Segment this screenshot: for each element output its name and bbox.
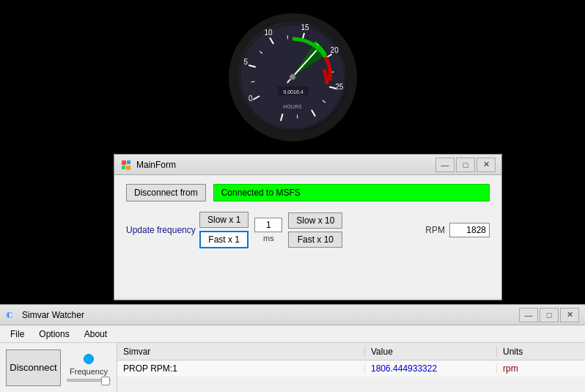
frequency-dot (84, 354, 94, 364)
mainform-close-button[interactable]: ✕ (477, 158, 496, 172)
simvar-table: Simvar Value Units PROP RPM:1 1806.44493… (117, 343, 585, 392)
simvar-minimize-button[interactable]: — (519, 308, 538, 322)
simvar-left-panel: Disconnect Frequency (0, 343, 117, 392)
simvar-window: Simvar Watcher — □ ✕ File Options About … (0, 304, 585, 392)
menu-about[interactable]: About (77, 327, 114, 341)
col-header-simvar: Simvar (117, 347, 365, 357)
menu-file[interactable]: File (3, 327, 32, 341)
mainform-content: Disconnect from Connected to MSFS Update… (114, 175, 501, 257)
simvar-body: Disconnect Frequency Simvar Value Units … (0, 343, 585, 392)
simvar-close-button[interactable]: ✕ (560, 308, 579, 322)
svg-rect-30 (127, 160, 130, 164)
frequency-indicator-label: Frequency (70, 367, 108, 376)
simvar-titlebar-controls: — □ ✕ (519, 308, 579, 322)
disconnect-from-button[interactable]: Disconnect from (126, 184, 206, 201)
frequency-slider-container[interactable] (67, 379, 111, 382)
table-header: Simvar Value Units (117, 343, 585, 360)
connection-status: Connected to MSFS (213, 184, 490, 201)
freq-value-input[interactable] (254, 218, 282, 232)
svg-line-19 (287, 35, 288, 39)
frequency-row: Update frequency Slow x 1 Fast x 1 ms Sl… (126, 212, 490, 248)
simvar-icon (6, 309, 18, 321)
mainform-titlebar: MainForm — □ ✕ (114, 155, 501, 175)
connect-row: Disconnect from Connected to MSFS (126, 184, 490, 201)
svg-line-23 (297, 114, 298, 118)
svg-rect-32 (126, 166, 130, 170)
menu-options[interactable]: Options (32, 327, 76, 341)
simvar-title: Simvar Watcher (22, 310, 515, 320)
mainform-maximize-button[interactable]: □ (456, 158, 475, 172)
simvar-menu: File Options About (0, 325, 585, 343)
svg-line-17 (251, 81, 254, 82)
svg-text:5: 5 (243, 57, 248, 65)
cell-units-1: rpm (497, 363, 585, 374)
col-header-units: Units (497, 347, 585, 357)
rpm-gauge: 0 5 10 15 20 25 (229, 13, 357, 141)
freq-buttons-left: Slow x 1 Fast x 1 (199, 212, 249, 248)
frequency-indicator: Frequency (67, 354, 111, 382)
simvar-disconnect-button[interactable]: Disconnect (6, 350, 61, 386)
slow-x10-button[interactable]: Slow x 10 (288, 212, 342, 229)
frequency-slider-thumb (101, 377, 110, 385)
rpm-group: RPM (425, 223, 490, 237)
svg-text:HOURS: HOURS (283, 104, 302, 109)
svg-text:15: 15 (301, 23, 309, 32)
freq-buttons-right: Slow x 10 Fast x 10 (288, 212, 342, 248)
svg-text:20: 20 (330, 46, 339, 54)
update-frequency-label: Update frequency (126, 225, 199, 235)
svg-text:10: 10 (264, 28, 273, 36)
mainform-window: MainForm — □ ✕ Disconnect from Connected… (114, 154, 502, 300)
col-header-value: Value (365, 347, 497, 357)
cell-simvar-1: PROP RPM:1 (117, 363, 365, 374)
fast-x1-button[interactable]: Fast x 1 (199, 231, 249, 248)
svg-text:0: 0 (249, 95, 253, 103)
freq-unit-label: ms (263, 234, 274, 243)
mainform-minimize-button[interactable]: — (435, 158, 455, 172)
frequency-slider[interactable] (67, 379, 111, 382)
simvar-titlebar: Simvar Watcher — □ ✕ (0, 305, 585, 325)
mainform-title: MainForm (136, 160, 431, 170)
mainform-titlebar-controls: — □ ✕ (435, 158, 496, 172)
mainform-icon (120, 159, 132, 171)
gauge-area: 0 5 10 15 20 25 (0, 0, 585, 154)
rpm-value-display (449, 223, 490, 237)
freq-input-group: ms (254, 218, 282, 243)
gauge-svg: 0 5 10 15 20 25 (238, 22, 348, 133)
svg-rect-31 (122, 166, 125, 169)
rpm-label: RPM (425, 225, 445, 235)
fast-x10-button[interactable]: Fast x 10 (288, 232, 342, 248)
cell-value-1: 1806.444933322 (365, 363, 497, 374)
slow-x1-button[interactable]: Slow x 1 (199, 212, 249, 228)
table-row: PROP RPM:1 1806.444933322 rpm (117, 360, 585, 377)
simvar-maximize-button[interactable]: □ (540, 308, 559, 322)
svg-rect-29 (122, 160, 126, 165)
svg-text:0.0016.4: 0.0016.4 (283, 89, 303, 95)
svg-text:25: 25 (335, 83, 344, 91)
svg-point-25 (290, 74, 295, 80)
